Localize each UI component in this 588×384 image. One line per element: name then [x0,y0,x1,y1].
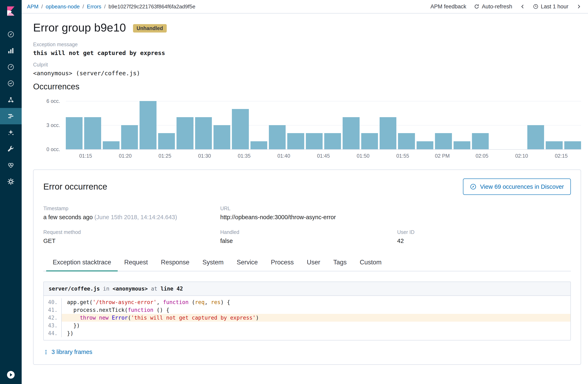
time-forward-button[interactable] [576,4,582,9]
gear-icon [7,178,14,185]
x-axis-label: 01:40 [264,153,304,159]
exception-message-field: Exception message this will not get capt… [33,42,581,56]
chart-bar [472,133,489,149]
chart-bar [564,141,581,149]
breadcrumb-link[interactable]: opbeans-node [46,3,80,10]
chart-bar [84,117,101,149]
sidebar-item-timelion[interactable] [0,75,22,91]
property-value-muted: (June 15th 2018, 14:14:24.643) [93,214,177,220]
x-axis-label: 02:05 [462,153,502,159]
chart-bars [66,101,581,149]
tab-process[interactable]: Process [264,254,300,271]
breadcrumb-separator: / [41,3,43,10]
code-header-segment: server/coffee.js [49,286,100,292]
time-range-button-label: Last 1 hour [541,3,568,10]
code-header: server/coffee.js in <anonymous> at line … [44,282,570,296]
chart-bar [361,133,378,149]
wrench-icon [7,145,14,152]
culprit-value: <anonymous> (server/coffee.js) [33,70,581,77]
auto-refresh-button-label: Auto-refresh [482,3,512,10]
discover-icon [470,183,476,190]
chart-bar [232,109,249,149]
collapse-nav-button[interactable] [0,370,22,379]
sidebar-item-visualize[interactable] [0,43,22,59]
tab-service[interactable]: Service [230,254,264,271]
chart-bar [287,133,304,149]
breadcrumb-link[interactable]: Errors [87,3,101,10]
discover-icon [7,31,14,38]
apm-feedback-link[interactable]: APM feedback [430,3,466,10]
timelion-icon [7,80,14,87]
sidebar-item-monitoring[interactable] [0,157,22,173]
x-axis-label: 02:10 [502,153,541,159]
properties-grid: Timestampa few seconds ago (June 15th 20… [43,205,571,244]
chart-bar [417,141,433,149]
property-url: URLhttp://opbeans-node:3000/throw-async-… [220,205,571,221]
tab-response[interactable]: Response [154,254,196,271]
auto-refresh-button[interactable]: Auto-refresh [474,3,512,10]
line-number: 42. [44,314,62,322]
time-range-button[interactable]: Last 1 hour [533,3,568,10]
x-axis-label: 02:15 [541,153,581,159]
occurrences-chart: 6 occ.3 occ.0 occ. 01:1501:2001:2501:300… [33,101,581,159]
tab-user[interactable]: User [300,254,327,271]
x-axis-label: 02 PM [422,153,462,159]
property-label: User ID [397,229,571,235]
y-axis-label: 0 occ. [46,146,60,152]
tab-system[interactable]: System [196,254,230,271]
sidebar-item-machine-learning[interactable] [0,124,22,141]
code-body: 40.app.get('/throw-async-error', functio… [44,296,570,340]
visualize-icon [7,47,14,54]
code-text: throw new Error('this will not get captu… [62,314,570,322]
breadcrumb-separator: / [104,3,106,10]
tab-exception-stacktrace[interactable]: Exception stacktrace [46,254,118,271]
chart-bar [269,125,286,149]
tab-request[interactable]: Request [118,254,154,271]
chart-bar [379,117,396,149]
sidebar-item-apm[interactable] [0,108,22,124]
sidebar-item-dev-tools[interactable] [0,141,22,157]
breadcrumb-link[interactable]: APM [27,3,38,10]
occurrences-heading: Occurrences [33,82,581,91]
code-line: 40.app.get('/throw-async-error', functio… [44,298,570,306]
sidebar-item-management[interactable] [0,173,22,190]
kibana-logo[interactable] [0,0,22,22]
property-label: Timestamp [43,205,220,211]
property-request-method: Request methodGET [43,229,220,244]
code-text: }) [62,329,570,337]
library-frames-label: 3 library frames [51,349,92,355]
code-line: 41. process.nextTick(function () { [44,306,570,314]
chart-bar [306,133,323,149]
ellipsis-icon [43,349,49,355]
code-header-segment: at [148,286,161,292]
sidebar-item-graph[interactable] [0,91,22,108]
library-frames-toggle[interactable]: 3 library frames [43,349,571,355]
tab-tags[interactable]: Tags [327,254,353,271]
property-user-id: User ID42 [397,229,571,244]
sidebar-item-dashboard[interactable] [0,59,22,75]
code-text: app.get('/throw-async-error', function (… [62,298,570,306]
y-axis-label: 3 occ. [46,122,60,128]
code-text: process.nextTick(function () { [62,306,570,314]
heartbeat-icon [7,162,14,169]
property-label: Request method [43,229,220,235]
page-title: Error group b9e10 [33,21,126,34]
sidebar-item-discover[interactable] [0,26,22,43]
x-axis-label: 01:55 [383,153,422,159]
code-text: }) [62,322,570,329]
culprit-field: Culprit <anonymous> (server/coffee.js) [33,62,581,77]
chart-x-labels: 01:1501:2001:2501:3001:3501:4001:4501:50… [66,153,581,159]
refresh-icon [474,4,479,9]
tab-custom[interactable]: Custom [353,254,388,271]
code-line: 43. }) [44,322,570,329]
chart-bar [343,117,359,149]
chevron-right-icon [576,4,582,9]
breadcrumb-current: b9e1027f29c221763f864f6fa2ad9f5e [108,3,195,10]
x-axis-label: 01:25 [145,153,185,159]
x-axis-label: 01:20 [105,153,145,159]
chart-bar [121,125,138,149]
view-occurrences-in-discover-button[interactable]: View 69 occurences in Discover [463,179,571,195]
title-row: Error group b9e10 Unhandled [33,21,581,34]
breadcrumb: APM/opbeans-node/Errors/b9e1027f29c22176… [27,3,195,10]
time-back-button[interactable] [520,4,525,9]
